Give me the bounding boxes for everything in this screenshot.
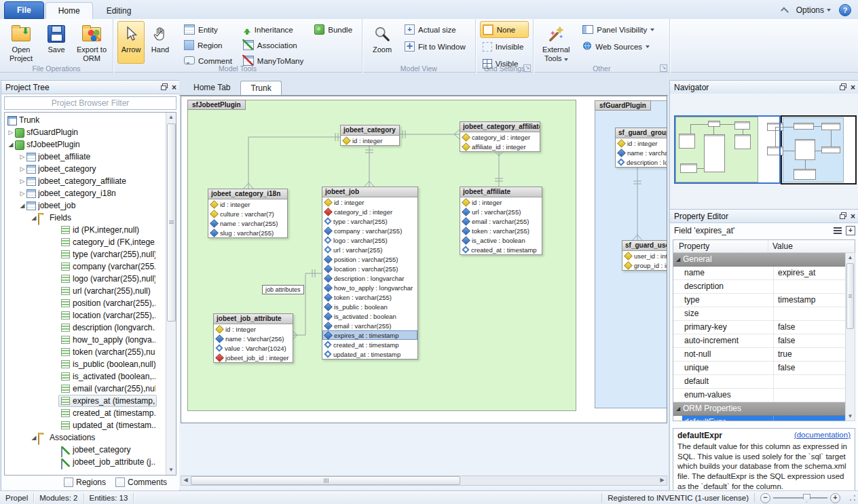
other-group-launcher-icon[interactable]: ↘ <box>660 64 667 72</box>
comments-checkbox[interactable]: Comments <box>115 478 167 487</box>
scroll-down-icon[interactable]: ▼ <box>166 465 176 475</box>
entity-field[interactable]: id : integer <box>616 138 667 148</box>
entity-field[interactable]: category_id : integer <box>460 132 540 142</box>
tree-item[interactable]: company (varchar(255... <box>5 260 166 273</box>
entity-field[interactable]: category_id : integer <box>322 207 417 216</box>
tree-item[interactable]: url (varchar(255),null) <box>5 285 166 297</box>
tree-expander-icon[interactable]: ◢ <box>31 212 37 224</box>
entity-field[interactable]: description : longvarchar <box>322 273 417 283</box>
property-row-default[interactable]: default <box>673 375 855 389</box>
project-browser-filter-input[interactable]: Project Browser Filter <box>4 96 176 110</box>
tree-expander-icon[interactable]: ◢ <box>7 138 14 151</box>
entity-field[interactable]: location : varchar(255) <box>322 264 417 273</box>
zoom-button[interactable]: Zoom <box>367 21 398 64</box>
property-group-ORM Properties[interactable]: ◢ORM Properties <box>673 402 855 416</box>
entity-jobeet_job[interactable]: jobeet_jobid : integercategory_id : inte… <box>322 187 418 360</box>
tree-expander-icon[interactable]: ◢ <box>19 199 26 212</box>
tree-item[interactable]: Trunk <box>5 114 166 126</box>
tab-home[interactable]: Home <box>45 2 93 19</box>
property-value[interactable] <box>774 389 855 402</box>
hand-tool-button[interactable]: Hand <box>146 21 174 64</box>
property-row-enum-values[interactable]: enum-values <box>673 389 855 402</box>
float-panel-icon[interactable] <box>840 212 846 220</box>
scroll-up-icon[interactable]: ▲ <box>846 253 855 262</box>
property-group-General[interactable]: ◢General <box>673 253 855 267</box>
entity-field[interactable]: name : Varchar(256) <box>214 334 293 343</box>
property-scrollbar[interactable]: ▲ ▼ <box>845 252 855 421</box>
scroll-right-icon[interactable]: ▶ <box>658 476 667 484</box>
property-row-description[interactable]: description <box>673 280 855 294</box>
tree-item[interactable]: ▷jobeet_category_affiliate <box>5 175 166 187</box>
property-value[interactable] <box>774 307 855 320</box>
entity-field[interactable]: user_id : inte <box>622 251 667 260</box>
entity-field[interactable]: group_id : in <box>622 260 667 270</box>
entity-field[interactable]: email : varchar(255) <box>460 216 542 226</box>
entity-field[interactable]: token : varchar(255) <box>322 292 417 302</box>
tree-item[interactable]: id (PK,integer,null) <box>5 224 166 236</box>
tree-item[interactable]: jobeet_job_attribute (j... <box>5 456 166 468</box>
scroll-left-icon[interactable]: ◀ <box>181 476 190 484</box>
tree-scrollbar[interactable]: ▲ ▼ <box>166 113 176 475</box>
grid-invisible-button[interactable]: Invisible <box>480 38 529 55</box>
tree-item[interactable]: how_to_apply (longva... <box>5 334 166 346</box>
canvas-hscrollbar[interactable]: ◀ ▶ <box>181 476 667 486</box>
tree-item[interactable]: position (varchar(255),... <box>5 297 166 309</box>
zoom-out-button[interactable]: − <box>760 493 770 503</box>
entity-field[interactable]: url : varchar(255) <box>460 207 542 216</box>
entity-jobeet_category[interactable]: jobeet_categoryid : integer <box>340 125 400 146</box>
scrollbar-thumb[interactable] <box>191 476 460 485</box>
entity-field[interactable]: type : varchar(255) <box>322 216 417 226</box>
float-panel-icon[interactable] <box>161 83 168 92</box>
tree-item[interactable]: token (varchar(255),null) <box>5 346 166 358</box>
entity-field[interactable]: id : Integer <box>214 324 293 334</box>
association-tool-button[interactable]: Association <box>240 37 309 54</box>
help-icon[interactable]: ? <box>839 4 851 16</box>
scroll-up-icon[interactable]: ▲ <box>166 113 176 122</box>
column-header-property[interactable]: Property <box>673 240 768 252</box>
tree-item[interactable]: is_activated (boolean,... <box>5 370 166 383</box>
tree-item[interactable]: expires_at (timestamp,... <box>5 395 166 407</box>
tree-item[interactable]: ▷jobeet_category <box>5 163 166 175</box>
tree-item[interactable]: category_id (FK,intege... <box>5 236 166 248</box>
external-tools-button[interactable]: External Tools <box>538 21 574 64</box>
entity-field[interactable]: created_at : timestamp <box>460 245 542 254</box>
property-row-type[interactable]: typetimestamp <box>673 294 855 307</box>
comment-job-attributes[interactable]: job attributes <box>262 285 304 294</box>
entity-field[interactable]: position : varchar(255) <box>322 254 417 264</box>
property-value[interactable]: expires_at <box>774 267 855 279</box>
property-value[interactable]: timestamp <box>774 294 855 307</box>
minimize-ribbon-icon[interactable] <box>781 7 789 15</box>
region-tool-button[interactable]: Region <box>181 37 238 54</box>
scrollbar-thumb[interactable] <box>846 263 854 329</box>
tree-item[interactable]: ◢jobeet_job <box>5 199 166 212</box>
entity-field[interactable]: affiliate_id : integer <box>460 142 540 151</box>
inheritance-tool-button[interactable]: Inheritance <box>240 21 309 38</box>
diagram-canvas[interactable]: sfJobeetPluginsfGuardPlugin jobeet_categ… <box>181 96 667 423</box>
property-row-not-null[interactable]: not-nulltrue <box>673 348 855 362</box>
property-value[interactable]: false <box>774 334 855 347</box>
property-row-defaultExpr[interactable]: defaultExpr <box>673 416 855 421</box>
property-value[interactable] <box>774 280 855 293</box>
regions-checkbox[interactable]: Regions <box>64 478 106 487</box>
zoom-slider-thumb[interactable] <box>803 494 810 503</box>
property-row-auto-increment[interactable]: auto-incrementfalse <box>673 334 855 348</box>
entity-jobeet_category_i18n[interactable]: jobeet_category_i18nid : integerculture … <box>208 189 288 238</box>
entity-field[interactable]: created_at : timestamp <box>322 340 417 349</box>
tree-expander-icon[interactable]: ▷ <box>19 187 26 199</box>
navigator-minimap[interactable] <box>670 94 858 209</box>
entity-field[interactable]: email : varchar(255) <box>322 321 417 330</box>
entity-jobeet_category_affiliate[interactable]: jobeet_category_affiliatecategory_id : i… <box>460 121 540 152</box>
close-panel-icon[interactable]: × <box>172 84 176 91</box>
entity-field[interactable]: url : varchar(255) <box>322 245 417 254</box>
tree-item[interactable]: ▷jobeet_affiliate <box>5 151 166 163</box>
column-header-value[interactable]: Value <box>768 240 855 252</box>
entity-field[interactable]: slug : varchar(255) <box>208 228 287 237</box>
options-button[interactable]: Options <box>796 5 831 15</box>
tree-item[interactable]: type (varchar(255),null) <box>5 248 166 260</box>
entity-jobeet_job_attribute[interactable]: jobeet_job_attributeid : Integername : V… <box>213 313 293 363</box>
entity-field[interactable]: is_activated : boolean <box>322 311 417 321</box>
tree-item[interactable]: ◢Associations <box>5 431 166 444</box>
entity-field[interactable]: id : integer <box>322 197 417 207</box>
tree-item[interactable]: created_at (timestamp... <box>5 407 166 419</box>
actual-size-button[interactable]: +Actual size <box>402 21 471 38</box>
